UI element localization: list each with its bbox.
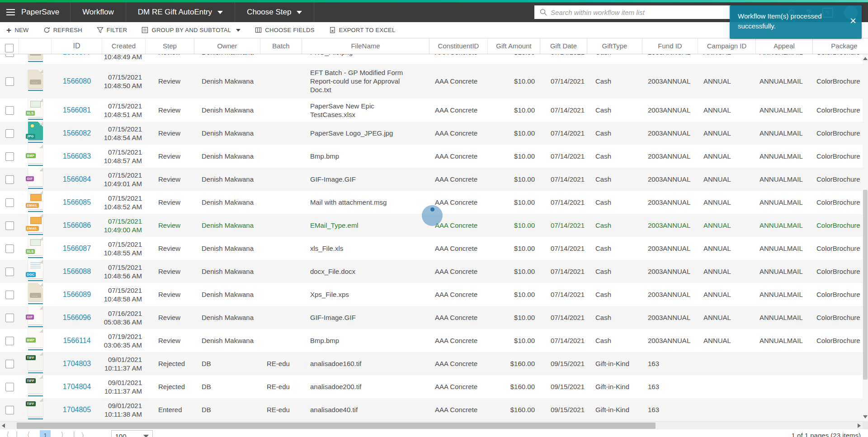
row-id-link[interactable]: 1704804 [63, 383, 91, 391]
row-id-link[interactable]: 1566086 [63, 221, 91, 230]
column-header-package[interactable]: Package [813, 38, 868, 54]
new-button[interactable]: + NEW [6, 27, 29, 33]
group-by-subtotal-button[interactable]: GROUP BY AND SUBTOTAL [142, 27, 241, 33]
row-checkbox[interactable] [5, 77, 14, 86]
row-id-link[interactable]: 1566096 [63, 314, 91, 322]
document-open-link[interactable]: TIFF [28, 398, 43, 419]
scroll-up-arrow-icon[interactable] [863, 57, 868, 60]
document-open-link[interactable]: BMP [28, 329, 43, 350]
document-open-link[interactable]: GIF [28, 306, 43, 327]
row-id-link[interactable]: 1566080 [63, 77, 91, 85]
column-header-batch[interactable]: Batch [260, 38, 302, 54]
column-header-gift-date[interactable]: Gift Date [540, 38, 587, 54]
table-row[interactable]: DOC156608807/15/202110:48:56 AMReviewDen… [0, 260, 868, 283]
horizontal-scrollbar[interactable] [0, 421, 863, 429]
document-open-link[interactable]: TIFF [28, 352, 43, 373]
table-row[interactable]: BMP156608307/15/202110:48:57 AMReviewDen… [0, 145, 868, 168]
document-open-link[interactable]: ... [28, 54, 43, 62]
row-checkbox[interactable] [5, 54, 14, 57]
document-open-link[interactable]: ... [28, 70, 43, 91]
row-id-link[interactable]: 1566082 [63, 129, 91, 137]
row-id-link[interactable]: 1704803 [63, 360, 91, 368]
pager-next-button[interactable]: ⟩ [61, 430, 64, 437]
row-id-link[interactable]: 1566089 [63, 291, 91, 299]
table-row[interactable]: ...156608907/15/202110:48:58 AMReviewDen… [0, 283, 868, 306]
column-header-fund-id[interactable]: Fund ID [642, 38, 698, 54]
row-id-link[interactable]: 1566087 [63, 244, 91, 253]
table-row[interactable]: XLS156608107/15/202110:48:51 AMReviewDen… [0, 99, 868, 122]
table-row[interactable]: JPG156608207/15/202110:48:54 AMReviewDen… [0, 122, 868, 145]
document-open-link[interactable]: DOC [28, 260, 43, 281]
document-open-link[interactable]: GIF [28, 168, 43, 189]
row-checkbox[interactable] [5, 175, 14, 184]
pager-current-page[interactable]: 1 [40, 430, 51, 437]
column-header-id[interactable]: ID [52, 38, 102, 54]
search-input[interactable] [551, 9, 727, 16]
scroll-right-arrow-icon[interactable] [858, 423, 861, 428]
row-checkbox[interactable] [5, 268, 14, 276]
column-header-appeal[interactable]: Appeal [756, 38, 813, 54]
row-checkbox[interactable] [5, 406, 14, 414]
horizontal-scrollbar-thumb[interactable] [17, 423, 656, 429]
select-all-checkbox[interactable] [5, 44, 14, 52]
column-header-created[interactable]: Created [102, 38, 146, 54]
row-id-link[interactable]: 1566084 [63, 175, 91, 183]
document-open-link[interactable]: ... [28, 283, 43, 304]
table-row[interactable]: BMP156611407/19/202103:06:35 AMReviewDen… [0, 329, 868, 352]
row-id-link[interactable]: 1566085 [63, 198, 91, 207]
step-selector-dropdown[interactable]: Choose Step [235, 2, 314, 22]
document-open-link[interactable]: JPG [28, 122, 43, 143]
filter-button[interactable]: FILTER [97, 27, 127, 33]
document-open-link[interactable]: EMAIL [28, 214, 43, 235]
table-row[interactable]: XLS156608707/15/202110:48:55 AMReviewDen… [0, 237, 868, 260]
pager-last-button[interactable]: ⎸⟩ [74, 430, 84, 437]
row-checkbox[interactable] [5, 152, 14, 161]
column-header-gifttype[interactable]: GiftType [587, 38, 642, 54]
row-id-link[interactable]: 1566083 [63, 152, 91, 160]
column-header-gift-amount[interactable]: Gift Amount [488, 38, 540, 54]
pager-previous-button[interactable]: ⟨ [27, 430, 30, 437]
row-checkbox[interactable] [5, 221, 14, 230]
row-checkbox[interactable] [5, 337, 14, 345]
workflow-selector-dropdown[interactable]: DM RE Gift AutoEntry [126, 2, 235, 22]
pager-first-button[interactable]: ⟨⎹ [6, 430, 17, 437]
row-id-link[interactable]: 1566077 [63, 54, 91, 56]
document-open-link[interactable]: EMAIL [28, 191, 43, 212]
row-checkbox[interactable] [5, 291, 14, 299]
column-header-constituentid[interactable]: ConstituentID [429, 38, 488, 54]
app-menu[interactable]: PaperSave [0, 2, 71, 22]
table-row[interactable]: TIFF170480409/01/202110:11:37 AMRejected… [0, 375, 868, 398]
row-checkbox[interactable] [5, 383, 14, 391]
row-checkbox[interactable] [5, 106, 14, 115]
refresh-button[interactable]: REFRESH [43, 27, 82, 33]
scroll-down-arrow-icon[interactable] [863, 415, 868, 418]
row-id-link[interactable]: 1566114 [63, 337, 90, 345]
table-row[interactable]: ...156608007/15/202110:48:50 AMReviewDen… [0, 64, 868, 99]
row-checkbox[interactable] [5, 129, 14, 138]
row-checkbox[interactable] [5, 198, 14, 207]
vertical-scrollbar[interactable] [863, 54, 868, 421]
table-row[interactable]: GIF156608407/15/202110:49:01 AMReviewDen… [0, 168, 868, 191]
page-size-dropdown[interactable]: 100 [111, 430, 153, 437]
row-checkbox[interactable] [5, 314, 14, 322]
document-open-link[interactable]: XLS [28, 99, 43, 120]
table-row[interactable]: TIFF170480509/01/202110:11:38 AMEnteredD… [0, 398, 868, 421]
document-open-link[interactable]: XLS [28, 237, 43, 258]
choose-fields-button[interactable]: CHOOSE FIELDS [255, 27, 314, 33]
row-id-link[interactable]: 1566081 [63, 106, 91, 114]
vertical-scrollbar-thumb[interactable] [863, 190, 868, 380]
document-open-link[interactable]: BMP [28, 145, 43, 166]
table-row[interactable]: TIFF170480309/01/202110:11:37 AMRejected… [0, 352, 868, 375]
hamburger-menu-icon[interactable] [6, 7, 15, 17]
column-header-owner[interactable]: Owner [194, 38, 260, 54]
toast-close-icon[interactable]: × [850, 15, 856, 26]
column-header-campaign-id[interactable]: Campaign ID [698, 38, 756, 54]
document-open-link[interactable]: TIFF [28, 375, 43, 396]
table-row[interactable]: GIF156609607/16/202105:08:36 AMReviewDen… [0, 306, 868, 329]
export-to-excel-button[interactable]: EXPORT TO EXCEL [329, 27, 396, 33]
scroll-left-arrow-icon[interactable] [2, 423, 5, 428]
column-header-step[interactable]: Step [146, 38, 194, 54]
row-checkbox[interactable] [5, 244, 14, 253]
table-row[interactable]: ...156607707/15/202110:48:49 AMReviewDen… [0, 54, 868, 64]
row-id-link[interactable]: 1704805 [63, 406, 91, 414]
